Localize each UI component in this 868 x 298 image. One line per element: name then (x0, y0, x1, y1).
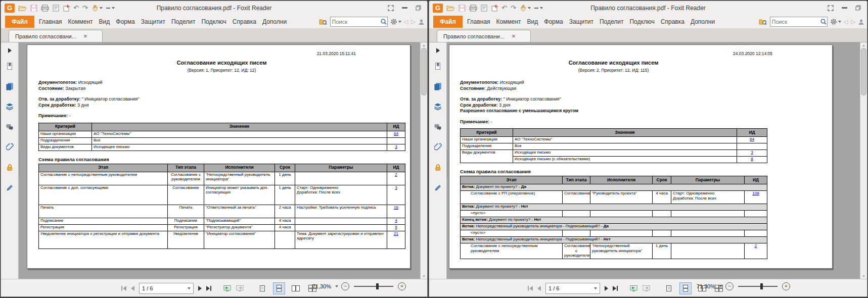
comments-panel-icon[interactable] (429, 117, 446, 137)
layers-panel-icon[interactable] (429, 96, 446, 117)
email-icon[interactable] (481, 4, 487, 13)
menu-tab-extras[interactable]: Дополни (688, 16, 718, 28)
restore-icon[interactable] (416, 4, 421, 13)
id-link[interactable]: 64 (394, 131, 398, 136)
document-tab[interactable]: Правило согласовани... × (9, 30, 103, 42)
first-page-button[interactable] (121, 286, 126, 291)
customize-toolbar-icon[interactable] (534, 4, 543, 13)
email-icon[interactable] (53, 4, 59, 13)
zoom-slider-handle[interactable] (760, 283, 763, 289)
zoom-in-icon[interactable]: + (398, 282, 406, 290)
menu-tab-file[interactable]: Файл (433, 16, 463, 28)
id-link[interactable]: 3 (395, 144, 397, 149)
close-tab-icon[interactable]: × (83, 33, 87, 39)
scroll-down-icon[interactable]: ▼ (423, 273, 426, 279)
document-canvas[interactable]: 21.03.2020 15:11:41 Согласование исходящ… (19, 42, 420, 279)
previous-view-icon[interactable] (223, 285, 232, 292)
single-page-view-icon[interactable] (256, 282, 268, 294)
menu-tab-help[interactable]: Справка (230, 16, 259, 28)
close-tab-icon[interactable]: × (512, 33, 516, 39)
create-pdf-icon[interactable] (491, 4, 498, 13)
id-link[interactable]: 2 (395, 172, 397, 177)
continuous-view-icon[interactable] (679, 282, 692, 294)
menu-tab-connect[interactable]: Подключ (198, 16, 229, 28)
zoom-in-icon[interactable]: + (782, 282, 790, 290)
expand-panel-icon[interactable] (429, 45, 446, 56)
hand-tool-icon[interactable] (520, 4, 531, 13)
create-pdf-icon[interactable] (63, 4, 70, 13)
hand-tool-dropdown-icon[interactable] (528, 7, 531, 9)
redo-icon[interactable]: ↷ (511, 4, 516, 13)
id-link[interactable]: 5 (395, 225, 397, 229)
layers-panel-icon[interactable] (1, 96, 18, 117)
save-icon[interactable] (30, 4, 37, 13)
document-canvas[interactable]: 24.03.2020 12:14:05 Согласование исходящ… (447, 42, 860, 279)
menu-tab-connect[interactable]: Подключ (626, 16, 657, 28)
comments-panel-icon[interactable] (1, 117, 18, 137)
undo-icon[interactable]: ↶ (73, 4, 79, 13)
signatures-panel-icon[interactable] (429, 177, 446, 197)
document-tab[interactable]: Правило согласовани... × (437, 30, 531, 42)
scrollbar-thumb[interactable] (421, 48, 427, 95)
settings-gear-icon[interactable] (390, 18, 401, 25)
user-account-icon[interactable] (858, 19, 864, 25)
menu-tab-view[interactable]: Вид (96, 16, 113, 28)
search-in-files-icon[interactable] (759, 18, 767, 25)
open-file-icon[interactable] (18, 4, 27, 13)
restore-icon[interactable] (855, 4, 861, 13)
undo-icon[interactable]: ↶ (501, 4, 507, 13)
bookmarks-panel-icon[interactable] (1, 56, 18, 76)
menu-tab-form[interactable]: Форма (113, 16, 138, 28)
menu-tab-file[interactable]: Файл (5, 16, 34, 28)
thumbnails-panel-icon[interactable] (429, 76, 446, 96)
next-view-icon[interactable] (643, 285, 651, 292)
signatures-panel-icon[interactable] (1, 177, 18, 197)
zoom-slider-handle[interactable] (376, 283, 379, 289)
scrollbar-thumb[interactable] (861, 48, 866, 95)
menu-tab-share[interactable]: Поделит (168, 16, 199, 28)
last-page-button[interactable] (206, 286, 211, 291)
history-back-icon[interactable]: ◁ (844, 18, 848, 25)
expand-panel-icon[interactable] (1, 45, 18, 56)
id-link[interactable]: 8 (751, 157, 753, 161)
menu-tab-extras[interactable]: Дополни (259, 16, 290, 28)
menu-tab-protect[interactable]: Защитит (566, 16, 597, 28)
scroll-up-icon[interactable]: ▲ (423, 42, 426, 48)
id-link[interactable]: 3 (751, 150, 753, 155)
zoom-out-icon[interactable]: − (341, 282, 349, 290)
menu-tab-form[interactable]: Форма (541, 16, 566, 28)
previous-page-button[interactable] (131, 286, 134, 291)
hand-tool-icon[interactable] (92, 4, 103, 13)
next-page-button[interactable] (198, 286, 202, 291)
single-page-view-icon[interactable] (663, 282, 675, 294)
redo-icon[interactable]: ↷ (82, 4, 88, 13)
vertical-scrollbar[interactable]: ▲ ▼ (860, 42, 867, 279)
id-link[interactable]: 3 (395, 185, 397, 190)
id-link[interactable]: 4 (395, 218, 397, 223)
vertical-scrollbar[interactable]: ▲ ▼ (420, 42, 427, 279)
zoom-level[interactable]: 71,30% (312, 283, 331, 289)
print-icon[interactable] (41, 4, 49, 13)
security-panel-icon[interactable] (429, 157, 446, 177)
continuous-view-icon[interactable] (273, 282, 285, 294)
search-input[interactable] (770, 19, 820, 25)
fullscreen-icon[interactable] (388, 4, 394, 13)
hand-tool-dropdown-icon[interactable] (100, 7, 103, 9)
menu-tab-comment[interactable]: Коммент (493, 16, 524, 28)
zoom-slider[interactable] (738, 286, 778, 287)
attachments-panel-icon[interactable] (1, 137, 18, 157)
zoom-out-icon[interactable]: − (725, 282, 734, 290)
menu-tab-comment[interactable]: Коммент (65, 16, 96, 28)
next-page-button[interactable] (605, 286, 608, 291)
history-forward-icon[interactable]: ▷ (851, 18, 855, 25)
history-back-icon[interactable]: ◁ (404, 18, 408, 25)
menu-tab-help[interactable]: Справка (658, 16, 688, 28)
menu-tab-home[interactable]: Главная (464, 16, 493, 28)
search-icon[interactable] (820, 18, 827, 25)
search-in-files-icon[interactable] (319, 18, 328, 25)
settings-gear-icon[interactable] (830, 18, 841, 25)
search-icon[interactable] (380, 18, 387, 25)
bookmarks-panel-icon[interactable] (429, 56, 446, 76)
id-link[interactable]: 64 (750, 137, 754, 141)
user-account-icon[interactable] (418, 19, 425, 25)
